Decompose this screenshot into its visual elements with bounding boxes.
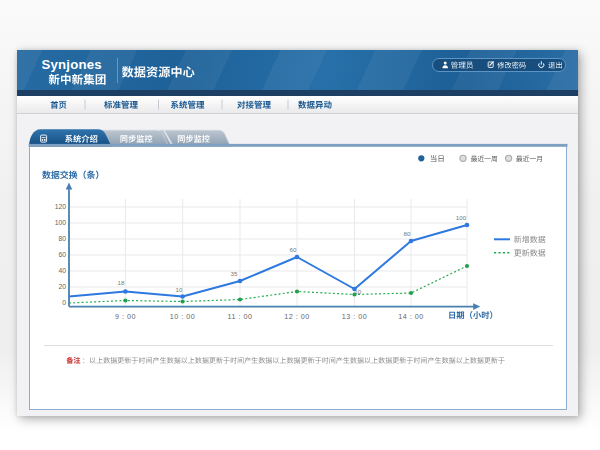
svg-text:11 : 00: 11 : 00: [228, 312, 253, 321]
svg-text:40: 40: [58, 267, 66, 274]
svg-text:100: 100: [55, 219, 67, 226]
svg-text:18: 18: [118, 279, 125, 286]
svg-text:10: 10: [176, 286, 183, 293]
svg-text:20: 20: [58, 283, 66, 290]
svg-text:120: 120: [55, 203, 67, 210]
svg-text:60: 60: [290, 246, 297, 253]
svg-text:80: 80: [404, 230, 411, 237]
svg-text:100: 100: [456, 214, 467, 221]
svg-text:35: 35: [231, 270, 238, 277]
svg-text:10 : 00: 10 : 00: [170, 312, 195, 321]
svg-text:13 : 00: 13 : 00: [342, 312, 367, 321]
svg-text:0: 0: [62, 299, 66, 306]
svg-text:60: 60: [58, 251, 66, 258]
svg-text:14 : 00: 14 : 00: [398, 312, 423, 321]
svg-text:10: 10: [354, 288, 361, 295]
svg-text:9 : 00: 9 : 00: [115, 312, 136, 321]
svg-text:12 : 00: 12 : 00: [284, 312, 309, 321]
svg-text:80: 80: [58, 235, 66, 242]
